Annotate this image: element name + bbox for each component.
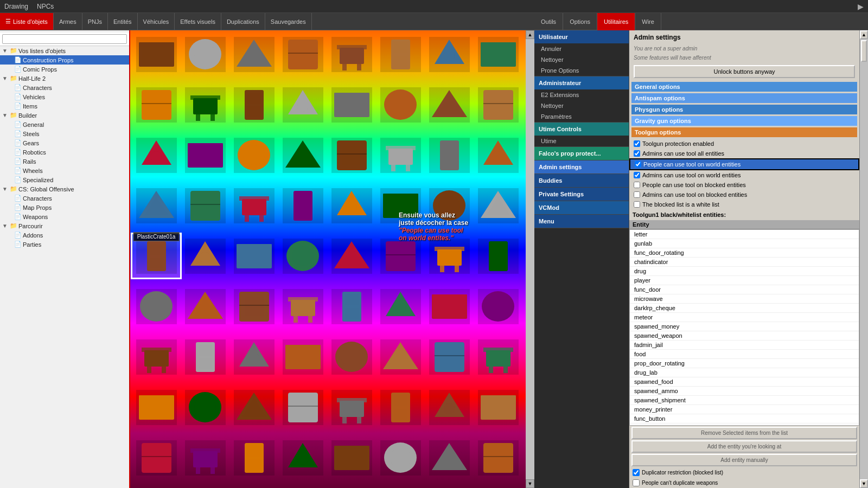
- entity-item-3[interactable]: chatindicator: [630, 258, 859, 267]
- prop-item-75[interactable]: [376, 386, 424, 429]
- prop-item-65[interactable]: [376, 336, 424, 379]
- prop-item-51[interactable]: [181, 285, 229, 329]
- prop-item-38[interactable]: [523, 184, 526, 227]
- option-header-3[interactable]: Gravity gun options: [631, 116, 857, 126]
- prop-item-68[interactable]: [523, 336, 526, 379]
- prop-item-74[interactable]: [328, 386, 375, 429]
- prop-item-34[interactable]: [328, 184, 375, 227]
- menu-npcs[interactable]: NPCs: [37, 3, 54, 10]
- tree-item-comic-props[interactable]: 📄Comic Props: [0, 65, 129, 74]
- admin-checkbox-3[interactable]: [634, 172, 640, 178]
- prop-item-10[interactable]: [132, 83, 180, 126]
- entity-item-4[interactable]: drug: [630, 267, 859, 276]
- prop-item-33[interactable]: [279, 184, 327, 227]
- scroll-thumb[interactable]: [526, 39, 534, 479]
- prop-item-20[interactable]: [132, 133, 180, 177]
- prop-item-30[interactable]: [132, 184, 180, 227]
- tree-item-specialized[interactable]: 📄Specialized: [0, 175, 129, 184]
- menu-drawing[interactable]: Drawing: [4, 3, 28, 10]
- utils-header-1[interactable]: Administrateur: [534, 76, 629, 89]
- prop-item-40[interactable]: PlasticCrate01a: [132, 234, 180, 278]
- prop-item-82[interactable]: [230, 436, 278, 480]
- utils-header-2[interactable]: Utime Controls: [534, 123, 629, 136]
- tree-item-cs-go[interactable]: ▼📁CS: Global Offensive: [0, 184, 129, 194]
- prop-item-1[interactable]: [181, 33, 229, 76]
- prop-item-28[interactable]: [523, 133, 526, 177]
- prop-item-48[interactable]: [523, 234, 526, 278]
- prop-item-60[interactable]: [132, 336, 180, 379]
- prop-item-27[interactable]: [474, 133, 522, 177]
- tab-pnjs[interactable]: PNJs: [82, 13, 108, 30]
- tab-duplications[interactable]: Duplications: [221, 13, 265, 30]
- prop-item-72[interactable]: [230, 386, 278, 429]
- entity-item-14[interactable]: prop_door_rotating: [630, 359, 859, 368]
- prop-item-12[interactable]: [230, 83, 278, 126]
- prop-item-31[interactable]: [181, 184, 229, 227]
- tree-item-vehicles[interactable]: 📄Vehicles: [0, 92, 129, 101]
- admin-scroll-thumb[interactable]: [861, 40, 867, 62]
- prop-item-42[interactable]: [230, 234, 278, 278]
- entity-item-5[interactable]: player: [630, 276, 859, 285]
- tree-item-rails[interactable]: 📄Rails: [0, 157, 129, 166]
- tab-armes[interactable]: Armes: [54, 13, 82, 30]
- admin-checkbox-2[interactable]: [635, 161, 641, 168]
- prop-item-17[interactable]: [474, 83, 522, 126]
- entity-list[interactable]: lettergunlabfunc_door_rotatingchatindica…: [629, 229, 859, 426]
- prop-item-8[interactable]: [523, 33, 526, 76]
- entity-item-10[interactable]: spawned_money: [630, 322, 859, 331]
- props-grid[interactable]: PlasticCrate01a: [130, 30, 526, 488]
- prop-item-18[interactable]: [523, 83, 526, 126]
- tree-item-weapons[interactable]: 📄Weapons: [0, 212, 129, 221]
- prop-item-70[interactable]: [132, 386, 180, 429]
- prop-item-16[interactable]: [425, 83, 473, 126]
- prop-item-21[interactable]: [181, 133, 229, 177]
- admin-scroll-down[interactable]: ▼: [860, 479, 868, 488]
- prop-item-71[interactable]: [181, 386, 229, 429]
- prop-item-67[interactable]: [474, 336, 522, 379]
- utils-item-1-0[interactable]: E2 Extensions: [534, 89, 629, 100]
- prop-item-83[interactable]: [279, 436, 327, 480]
- prop-item-41[interactable]: [181, 234, 229, 278]
- prop-item-61[interactable]: [181, 336, 229, 379]
- prop-item-5[interactable]: [376, 33, 424, 76]
- tree-item-map-props[interactable]: 📄Map Props: [0, 203, 129, 212]
- prop-item-52[interactable]: [230, 285, 278, 329]
- entity-item-6[interactable]: func_door: [630, 285, 859, 294]
- admin-checkbox-0[interactable]: [634, 140, 640, 147]
- entity-item-9[interactable]: meteor: [630, 313, 859, 322]
- tree-item-builder[interactable]: ▼📁Builder: [0, 111, 129, 120]
- prop-item-81[interactable]: [181, 436, 229, 480]
- utils-item-0-0[interactable]: Annuler: [534, 43, 629, 54]
- prop-item-53[interactable]: [279, 285, 327, 329]
- prop-item-25[interactable]: [376, 133, 424, 177]
- prop-item-45[interactable]: [376, 234, 424, 278]
- action-btn-0[interactable]: Remove Selected items from the list: [631, 427, 857, 439]
- prop-item-44[interactable]: [328, 234, 375, 278]
- prop-item-2[interactable]: [230, 33, 278, 76]
- prop-item-14[interactable]: [328, 83, 375, 126]
- admin-checkbox-4[interactable]: [634, 182, 640, 188]
- prop-item-47[interactable]: [474, 234, 522, 278]
- bottom-checkbox-1[interactable]: [633, 479, 640, 486]
- prop-item-56[interactable]: [425, 285, 473, 329]
- tree-item-construction-props[interactable]: 📄Construction Props: [0, 55, 129, 65]
- utils-header-4[interactable]: Admin settings: [534, 160, 629, 174]
- prop-item-15[interactable]: [376, 83, 424, 126]
- bottom-checkbox-0[interactable]: [633, 469, 640, 476]
- tab-utilitaires[interactable]: Utilitaires: [597, 13, 635, 30]
- tree-item-wheels[interactable]: 📄Wheels: [0, 166, 129, 175]
- utils-item-1-1[interactable]: Nettoyer: [534, 100, 629, 111]
- prop-item-87[interactable]: [474, 436, 522, 480]
- entity-item-2[interactable]: func_door_rotating: [630, 248, 859, 258]
- prop-item-24[interactable]: [328, 133, 375, 177]
- utils-item-0-2[interactable]: Prone Options: [534, 65, 629, 76]
- tree-item-vos-listes[interactable]: ▼📁Vos listes d'objets: [0, 46, 129, 55]
- prop-item-6[interactable]: [425, 33, 473, 76]
- utils-item-1-2[interactable]: Paramètres: [534, 111, 629, 122]
- prop-item-4[interactable]: [328, 33, 375, 76]
- entity-item-17[interactable]: spawned_ammo: [630, 387, 859, 396]
- prop-item-63[interactable]: [279, 336, 327, 379]
- tree-item-steels[interactable]: 📄Steels: [0, 129, 129, 138]
- entity-item-19[interactable]: money_printer: [630, 405, 859, 414]
- option-header-1[interactable]: Antispam options: [631, 93, 857, 103]
